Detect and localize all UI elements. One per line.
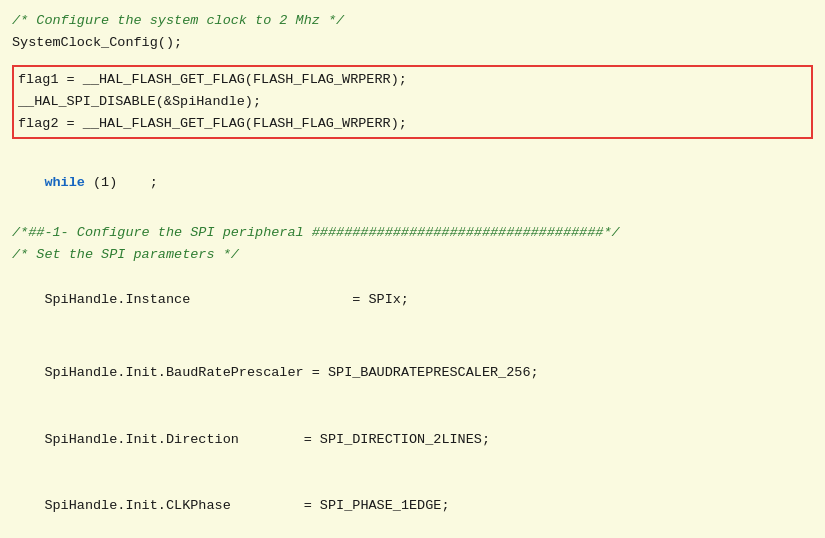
clkphase-value: = SPI_PHASE_1EDGE; bbox=[304, 498, 450, 513]
comment-spi-params: /* Set the SPI parameters */ bbox=[12, 244, 813, 266]
comment-sysclock: /* Configure the system clock to 2 Mhz *… bbox=[12, 10, 813, 32]
while-rest: (1) ; bbox=[85, 175, 158, 190]
clkphase-label: SpiHandle.Init.CLKPhase bbox=[44, 498, 230, 513]
direction-line: SpiHandle.Init.Direction = SPI_DIRECTION… bbox=[12, 406, 813, 473]
sysclock-call: SystemClock_Config(); bbox=[12, 32, 813, 54]
spi-disable-line: __HAL_SPI_DISABLE(&SpiHandle); bbox=[18, 91, 807, 113]
direction-label: SpiHandle.Init.Direction bbox=[44, 432, 238, 447]
code-container: /* Configure the system clock to 2 Mhz *… bbox=[0, 0, 825, 538]
instance-label: SpiHandle.Instance bbox=[44, 292, 190, 307]
clkphase-spaces bbox=[231, 498, 304, 513]
instance-value: = SPIx; bbox=[352, 292, 409, 307]
direction-spaces bbox=[239, 432, 304, 447]
baud-value: = SPI_BAUDRATEPRESCALER_256; bbox=[312, 365, 539, 380]
while-line: while (1) ; bbox=[12, 149, 813, 216]
baud-label: SpiHandle.Init.BaudRatePrescaler bbox=[44, 365, 303, 380]
comment-spi-header: /*##-1- Configure the SPI peripheral ###… bbox=[12, 222, 813, 244]
instance-spaces bbox=[190, 292, 352, 307]
while-keyword: while bbox=[44, 175, 85, 190]
direction-value: = SPI_DIRECTION_2LINES; bbox=[304, 432, 490, 447]
baud-line: SpiHandle.Init.BaudRatePrescaler = SPI_B… bbox=[12, 339, 813, 406]
flag2-line: flag2 = __HAL_FLASH_GET_FLAG(FLASH_FLAG_… bbox=[18, 113, 807, 135]
flag1-line: flag1 = __HAL_FLASH_GET_FLAG(FLASH_FLAG_… bbox=[18, 69, 807, 91]
baud-spaces bbox=[304, 365, 312, 380]
clkphase-line: SpiHandle.Init.CLKPhase = SPI_PHASE_1EDG… bbox=[12, 473, 813, 538]
instance-line: SpiHandle.Instance = SPIx; bbox=[12, 267, 813, 334]
highlighted-region: flag1 = __HAL_FLASH_GET_FLAG(FLASH_FLAG_… bbox=[12, 65, 813, 140]
